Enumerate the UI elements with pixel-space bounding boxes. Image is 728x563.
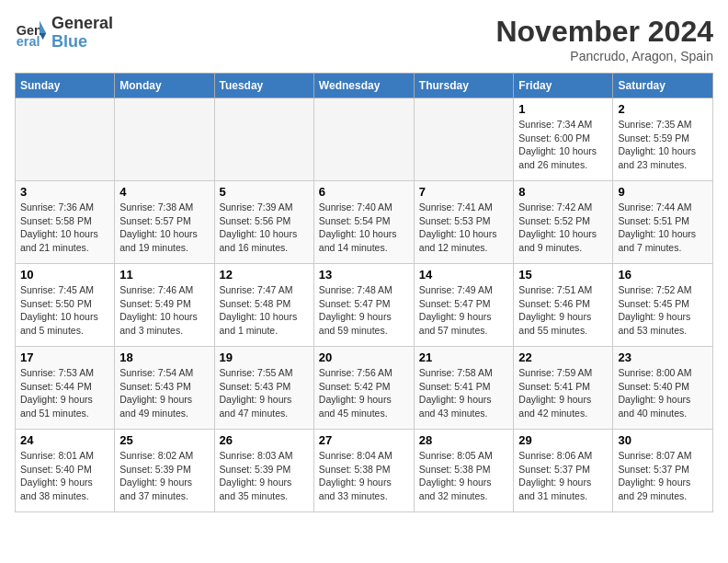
day-cell: 20Sunrise: 7:56 AM Sunset: 5:42 PM Dayli…	[313, 347, 414, 430]
day-info: Sunrise: 7:38 AM Sunset: 5:57 PM Dayligh…	[119, 201, 209, 255]
day-info: Sunrise: 7:54 AM Sunset: 5:43 PM Dayligh…	[119, 366, 209, 420]
day-number: 13	[319, 268, 409, 282]
day-info: Sunrise: 7:36 AM Sunset: 5:58 PM Dayligh…	[20, 201, 109, 255]
logo-line2: Blue	[51, 32, 87, 51]
day-info: Sunrise: 7:51 AM Sunset: 5:46 PM Dayligh…	[518, 283, 608, 338]
day-info: Sunrise: 7:39 AM Sunset: 5:56 PM Dayligh…	[220, 201, 309, 255]
day-number: 22	[518, 350, 608, 364]
day-number: 14	[419, 268, 509, 282]
day-info: Sunrise: 7:47 AM Sunset: 5:48 PM Dayligh…	[220, 283, 309, 338]
day-info: Sunrise: 8:04 AM Sunset: 5:38 PM Dayligh…	[319, 449, 409, 503]
day-cell	[313, 98, 414, 181]
day-cell: 21Sunrise: 7:58 AM Sunset: 5:41 PM Dayli…	[414, 347, 514, 430]
day-info: Sunrise: 7:35 AM Sunset: 5:59 PM Dayligh…	[618, 118, 708, 172]
day-cell: 17Sunrise: 7:53 AM Sunset: 5:44 PM Dayli…	[16, 347, 115, 430]
day-info: Sunrise: 7:53 AM Sunset: 5:44 PM Dayligh…	[20, 366, 109, 420]
day-info: Sunrise: 7:44 AM Sunset: 5:51 PM Dayligh…	[618, 201, 708, 255]
day-cell	[115, 98, 214, 181]
day-cell: 5Sunrise: 7:39 AM Sunset: 5:56 PM Daylig…	[214, 181, 313, 264]
day-number: 10	[20, 268, 109, 282]
day-number: 15	[518, 268, 608, 282]
day-cell: 1Sunrise: 7:34 AM Sunset: 6:00 PM Daylig…	[514, 98, 613, 181]
day-cell: 27Sunrise: 8:04 AM Sunset: 5:38 PM Dayli…	[313, 430, 414, 512]
day-number: 19	[220, 350, 309, 364]
day-cell: 22Sunrise: 7:59 AM Sunset: 5:41 PM Dayli…	[514, 347, 613, 430]
day-cell: 9Sunrise: 7:44 AM Sunset: 5:51 PM Daylig…	[613, 181, 713, 264]
svg-text:eral: eral	[17, 34, 40, 49]
day-cell: 16Sunrise: 7:52 AM Sunset: 5:45 PM Dayli…	[613, 264, 713, 347]
day-info: Sunrise: 7:59 AM Sunset: 5:41 PM Dayligh…	[518, 366, 608, 420]
day-cell: 29Sunrise: 8:06 AM Sunset: 5:37 PM Dayli…	[514, 430, 613, 512]
day-number: 16	[618, 268, 708, 282]
day-cell: 18Sunrise: 7:54 AM Sunset: 5:43 PM Dayli…	[115, 347, 214, 430]
day-number: 7	[419, 185, 509, 199]
day-info: Sunrise: 7:41 AM Sunset: 5:53 PM Dayligh…	[419, 201, 509, 255]
day-number: 20	[319, 350, 409, 364]
day-cell: 28Sunrise: 8:05 AM Sunset: 5:38 PM Dayli…	[414, 430, 514, 512]
day-cell: 3Sunrise: 7:36 AM Sunset: 5:58 PM Daylig…	[16, 181, 115, 264]
day-info: Sunrise: 7:48 AM Sunset: 5:47 PM Dayligh…	[319, 283, 409, 338]
day-cell: 23Sunrise: 8:00 AM Sunset: 5:40 PM Dayli…	[613, 347, 713, 430]
day-cell	[16, 98, 115, 181]
day-number: 25	[119, 433, 209, 447]
day-cell: 8Sunrise: 7:42 AM Sunset: 5:52 PM Daylig…	[514, 181, 613, 264]
day-info: Sunrise: 8:00 AM Sunset: 5:40 PM Dayligh…	[618, 366, 708, 420]
day-cell: 19Sunrise: 7:55 AM Sunset: 5:43 PM Dayli…	[214, 347, 313, 430]
day-cell: 30Sunrise: 8:07 AM Sunset: 5:37 PM Dayli…	[613, 430, 713, 512]
weekday-tuesday: Tuesday	[214, 74, 313, 98]
day-cell: 25Sunrise: 8:02 AM Sunset: 5:39 PM Dayli…	[115, 430, 214, 512]
logo: Gen eral General Blue	[15, 15, 113, 52]
day-info: Sunrise: 8:05 AM Sunset: 5:38 PM Dayligh…	[419, 449, 509, 503]
day-cell	[414, 98, 514, 181]
calendar-body: 1Sunrise: 7:34 AM Sunset: 6:00 PM Daylig…	[16, 98, 713, 512]
day-cell: 24Sunrise: 8:01 AM Sunset: 5:40 PM Dayli…	[16, 430, 115, 512]
week-row-3: 10Sunrise: 7:45 AM Sunset: 5:50 PM Dayli…	[16, 264, 713, 347]
day-info: Sunrise: 7:42 AM Sunset: 5:52 PM Dayligh…	[518, 201, 608, 255]
day-info: Sunrise: 8:02 AM Sunset: 5:39 PM Dayligh…	[119, 449, 209, 503]
day-number: 28	[419, 433, 509, 447]
day-cell: 14Sunrise: 7:49 AM Sunset: 5:47 PM Dayli…	[414, 264, 514, 347]
day-number: 5	[220, 185, 309, 199]
weekday-friday: Friday	[514, 74, 613, 98]
day-number: 23	[618, 350, 708, 364]
day-cell	[214, 98, 313, 181]
day-info: Sunrise: 7:40 AM Sunset: 5:54 PM Dayligh…	[319, 201, 409, 255]
day-number: 26	[220, 433, 309, 447]
weekday-sunday: Sunday	[16, 74, 115, 98]
day-cell: 4Sunrise: 7:38 AM Sunset: 5:57 PM Daylig…	[115, 181, 214, 264]
day-cell: 6Sunrise: 7:40 AM Sunset: 5:54 PM Daylig…	[313, 181, 414, 264]
weekday-saturday: Saturday	[613, 74, 713, 98]
day-cell: 15Sunrise: 7:51 AM Sunset: 5:46 PM Dayli…	[514, 264, 613, 347]
day-number: 11	[119, 268, 209, 282]
day-cell: 13Sunrise: 7:48 AM Sunset: 5:47 PM Dayli…	[313, 264, 414, 347]
week-row-2: 3Sunrise: 7:36 AM Sunset: 5:58 PM Daylig…	[16, 181, 713, 264]
day-number: 29	[518, 433, 608, 447]
day-number: 8	[518, 185, 608, 199]
day-info: Sunrise: 8:06 AM Sunset: 5:37 PM Dayligh…	[518, 449, 608, 503]
day-info: Sunrise: 7:34 AM Sunset: 6:00 PM Dayligh…	[518, 118, 608, 172]
day-info: Sunrise: 7:46 AM Sunset: 5:49 PM Dayligh…	[119, 283, 209, 338]
month-title: November 2024	[495, 15, 713, 49]
day-info: Sunrise: 8:03 AM Sunset: 5:39 PM Dayligh…	[220, 449, 309, 503]
day-number: 2	[618, 102, 708, 116]
title-area: November 2024 Pancrudo, Aragon, Spain	[495, 15, 713, 63]
day-cell: 2Sunrise: 7:35 AM Sunset: 5:59 PM Daylig…	[613, 98, 713, 181]
day-number: 27	[319, 433, 409, 447]
week-row-5: 24Sunrise: 8:01 AM Sunset: 5:40 PM Dayli…	[16, 430, 713, 512]
weekday-header-row: SundayMondayTuesdayWednesdayThursdayFrid…	[16, 74, 713, 98]
day-info: Sunrise: 7:56 AM Sunset: 5:42 PM Dayligh…	[319, 366, 409, 420]
logo-text: General Blue	[51, 15, 113, 52]
day-info: Sunrise: 7:55 AM Sunset: 5:43 PM Dayligh…	[220, 366, 309, 420]
day-cell: 11Sunrise: 7:46 AM Sunset: 5:49 PM Dayli…	[115, 264, 214, 347]
week-row-1: 1Sunrise: 7:34 AM Sunset: 6:00 PM Daylig…	[16, 98, 713, 181]
day-number: 4	[119, 185, 209, 199]
day-number: 12	[220, 268, 309, 282]
day-cell: 26Sunrise: 8:03 AM Sunset: 5:39 PM Dayli…	[214, 430, 313, 512]
day-number: 6	[319, 185, 409, 199]
day-info: Sunrise: 7:58 AM Sunset: 5:41 PM Dayligh…	[419, 366, 509, 420]
day-info: Sunrise: 8:01 AM Sunset: 5:40 PM Dayligh…	[20, 449, 109, 503]
day-info: Sunrise: 8:07 AM Sunset: 5:37 PM Dayligh…	[618, 449, 708, 503]
day-number: 3	[20, 185, 109, 199]
week-row-4: 17Sunrise: 7:53 AM Sunset: 5:44 PM Dayli…	[16, 347, 713, 430]
location: Pancrudo, Aragon, Spain	[495, 49, 713, 63]
